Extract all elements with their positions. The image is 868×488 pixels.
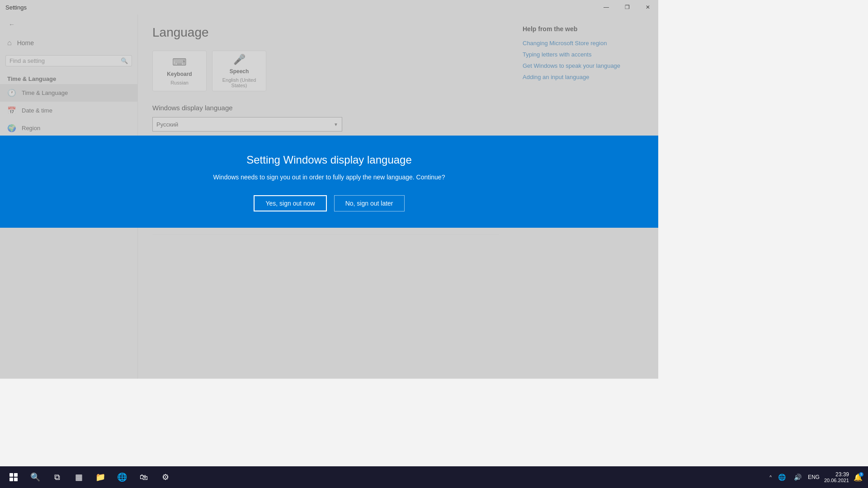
dialog-title: Setting Windows display language	[246, 154, 412, 166]
windows-logo-icon	[9, 473, 18, 481]
widgets-icon: ▦	[75, 472, 83, 482]
settings-button[interactable]: ⚙	[156, 466, 175, 488]
network-icon[interactable]: 🌐	[776, 472, 788, 483]
settings-gear-icon: ⚙	[162, 472, 169, 482]
taskbar-system: ^ 🌐 🔊 ENG 23:39 20.06.2021 🔔 3	[769, 471, 863, 483]
search-taskbar-icon: 🔍	[30, 472, 40, 482]
tray-expand-button[interactable]: ^	[769, 475, 772, 480]
sign-out-now-button[interactable]: Yes, sign out now	[254, 195, 326, 211]
edge-button[interactable]: 🌐	[112, 466, 132, 488]
language-indicator[interactable]: ENG	[808, 474, 820, 480]
sign-out-later-button[interactable]: No, sign out later	[334, 195, 405, 211]
start-button[interactable]	[4, 466, 24, 488]
widgets-button[interactable]: ▦	[69, 466, 89, 488]
task-view-button[interactable]: ⧉	[47, 466, 67, 488]
task-view-icon: ⧉	[54, 473, 60, 482]
taskbar-clock[interactable]: 23:39 20.06.2021	[824, 471, 849, 483]
search-button[interactable]: 🔍	[25, 466, 45, 488]
explorer-button[interactable]: 📁	[90, 466, 110, 488]
folder-icon: 📁	[95, 472, 105, 482]
dialog-buttons: Yes, sign out now No, sign out later	[254, 195, 404, 211]
notification-button[interactable]: 🔔 3	[854, 473, 863, 482]
taskbar-right: ^ 🌐 🔊 ENG 23:39 20.06.2021 🔔 3	[769, 471, 868, 483]
clock-time: 23:39	[824, 471, 849, 478]
dialog-message: Windows needs to sign you out in order t…	[213, 174, 445, 181]
taskbar: 🔍 ⧉ ▦ 📁 🌐 🛍 ⚙ ^ 🌐 🔊 ENG 23:39 20.0	[0, 466, 868, 488]
taskbar-left: 🔍 ⧉ ▦ 📁 🌐 🛍 ⚙	[0, 466, 175, 488]
store-icon: 🛍	[140, 473, 148, 482]
volume-icon[interactable]: 🔊	[792, 472, 803, 483]
clock-date: 20.06.2021	[824, 478, 849, 483]
edge-icon: 🌐	[117, 472, 127, 482]
notification-badge: 3	[859, 472, 863, 477]
sign-out-dialog: Setting Windows display language Windows…	[0, 136, 658, 228]
store-button[interactable]: 🛍	[134, 466, 154, 488]
